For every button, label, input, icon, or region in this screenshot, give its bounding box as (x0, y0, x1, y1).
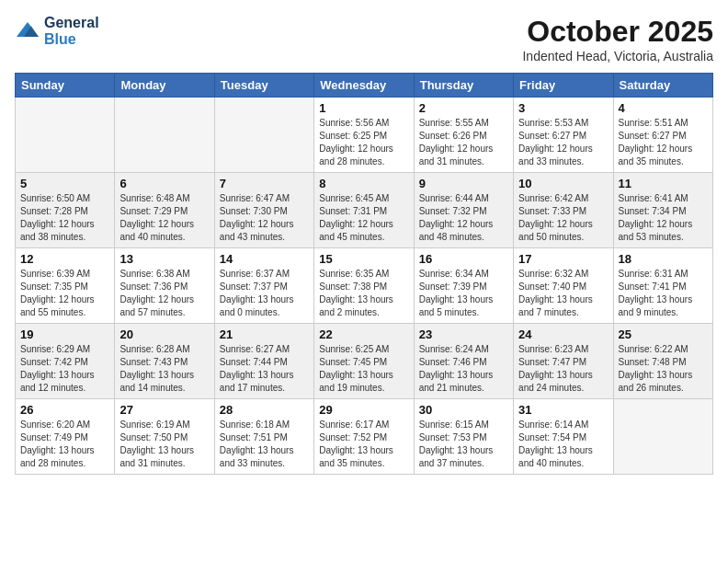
day-info: Sunrise: 6:18 AM Sunset: 7:51 PM Dayligh… (220, 419, 309, 470)
calendar-cell (214, 98, 313, 173)
calendar-week-4: 26Sunrise: 6:20 AM Sunset: 7:49 PM Dayli… (16, 399, 713, 475)
day-number: 20 (119, 327, 209, 341)
calendar-cell: 29Sunrise: 6:17 AM Sunset: 7:52 PM Dayli… (314, 399, 414, 475)
calendar-cell: 2Sunrise: 5:55 AM Sunset: 6:26 PM Daylig… (414, 98, 513, 173)
calendar-week-2: 12Sunrise: 6:39 AM Sunset: 7:35 PM Dayli… (16, 248, 713, 324)
day-info: Sunrise: 6:45 AM Sunset: 7:31 PM Dayligh… (319, 192, 408, 244)
weekday-header-wednesday: Wednesday (314, 74, 414, 98)
day-info: Sunrise: 5:56 AM Sunset: 6:25 PM Dayligh… (319, 117, 408, 168)
day-number: 27 (119, 403, 209, 417)
day-number: 9 (419, 177, 508, 190)
day-info: Sunrise: 6:35 AM Sunset: 7:38 PM Dayligh… (319, 268, 408, 319)
weekday-header-tuesday: Tuesday (214, 74, 313, 98)
day-info: Sunrise: 6:24 AM Sunset: 7:46 PM Dayligh… (419, 343, 508, 395)
day-info: Sunrise: 6:19 AM Sunset: 7:50 PM Dayligh… (119, 419, 209, 470)
calendar-cell: 9Sunrise: 6:44 AM Sunset: 7:32 PM Daylig… (414, 173, 513, 248)
calendar-cell: 20Sunrise: 6:28 AM Sunset: 7:43 PM Dayli… (115, 324, 214, 399)
weekday-header-sunday: Sunday (16, 74, 115, 98)
calendar-cell: 25Sunrise: 6:22 AM Sunset: 7:48 PM Dayli… (613, 324, 712, 399)
day-number: 3 (518, 101, 608, 115)
day-info: Sunrise: 6:44 AM Sunset: 7:32 PM Dayligh… (419, 192, 508, 244)
day-number: 17 (518, 252, 608, 266)
calendar-cell: 1Sunrise: 5:56 AM Sunset: 6:25 PM Daylig… (314, 98, 414, 173)
day-info: Sunrise: 6:31 AM Sunset: 7:41 PM Dayligh… (619, 268, 708, 319)
day-number: 5 (20, 177, 109, 190)
day-number: 22 (319, 327, 408, 341)
day-info: Sunrise: 6:14 AM Sunset: 7:54 PM Dayligh… (518, 419, 608, 470)
calendar-cell: 5Sunrise: 6:50 AM Sunset: 7:28 PM Daylig… (16, 173, 115, 248)
day-info: Sunrise: 6:34 AM Sunset: 7:39 PM Dayligh… (419, 268, 508, 319)
day-number: 18 (619, 252, 708, 266)
calendar-cell: 19Sunrise: 6:29 AM Sunset: 7:42 PM Dayli… (16, 324, 115, 399)
calendar-cell: 6Sunrise: 6:48 AM Sunset: 7:29 PM Daylig… (115, 173, 214, 248)
day-number: 6 (119, 177, 209, 190)
day-number: 11 (619, 177, 708, 190)
calendar-cell: 30Sunrise: 6:15 AM Sunset: 7:53 PM Dayli… (414, 399, 513, 475)
calendar-cell: 24Sunrise: 6:23 AM Sunset: 7:47 PM Dayli… (514, 324, 613, 399)
calendar-cell: 10Sunrise: 6:42 AM Sunset: 7:33 PM Dayli… (514, 173, 613, 248)
day-number: 2 (419, 101, 508, 115)
day-info: Sunrise: 6:50 AM Sunset: 7:28 PM Dayligh… (20, 192, 109, 244)
day-info: Sunrise: 6:38 AM Sunset: 7:36 PM Dayligh… (119, 268, 209, 319)
day-info: Sunrise: 6:20 AM Sunset: 7:49 PM Dayligh… (20, 419, 109, 470)
weekday-header-friday: Friday (514, 74, 613, 98)
calendar-cell: 16Sunrise: 6:34 AM Sunset: 7:39 PM Dayli… (414, 248, 513, 324)
calendar-cell: 27Sunrise: 6:19 AM Sunset: 7:50 PM Dayli… (115, 399, 214, 475)
calendar-cell: 26Sunrise: 6:20 AM Sunset: 7:49 PM Dayli… (16, 399, 115, 475)
day-number: 19 (20, 327, 109, 341)
day-number: 21 (220, 327, 309, 341)
day-info: Sunrise: 6:42 AM Sunset: 7:33 PM Dayligh… (518, 192, 608, 244)
day-info: Sunrise: 6:41 AM Sunset: 7:34 PM Dayligh… (619, 192, 708, 244)
calendar-cell: 23Sunrise: 6:24 AM Sunset: 7:46 PM Dayli… (414, 324, 513, 399)
day-number: 31 (518, 403, 608, 417)
day-info: Sunrise: 6:25 AM Sunset: 7:45 PM Dayligh… (319, 343, 408, 395)
day-number: 26 (20, 403, 109, 417)
day-info: Sunrise: 6:27 AM Sunset: 7:44 PM Dayligh… (220, 343, 309, 395)
day-info: Sunrise: 6:37 AM Sunset: 7:37 PM Dayligh… (220, 268, 309, 319)
day-info: Sunrise: 6:48 AM Sunset: 7:29 PM Dayligh… (119, 192, 209, 244)
day-number: 28 (220, 403, 309, 417)
day-info: Sunrise: 5:55 AM Sunset: 6:26 PM Dayligh… (419, 117, 508, 168)
calendar-cell: 12Sunrise: 6:39 AM Sunset: 7:35 PM Dayli… (16, 248, 115, 324)
page-header: General Blue October 2025 Indented Head,… (15, 15, 713, 63)
day-number: 8 (319, 177, 408, 190)
calendar-cell: 11Sunrise: 6:41 AM Sunset: 7:34 PM Dayli… (613, 173, 712, 248)
calendar-cell (16, 98, 115, 173)
calendar-cell (115, 98, 214, 173)
day-number: 16 (419, 252, 508, 266)
day-number: 13 (119, 252, 209, 266)
location: Indented Head, Victoria, Australia (522, 49, 713, 63)
calendar-week-0: 1Sunrise: 5:56 AM Sunset: 6:25 PM Daylig… (16, 98, 713, 173)
day-info: Sunrise: 6:17 AM Sunset: 7:52 PM Dayligh… (319, 419, 408, 470)
day-number: 12 (20, 252, 109, 266)
calendar-cell: 28Sunrise: 6:18 AM Sunset: 7:51 PM Dayli… (214, 399, 313, 475)
day-info: Sunrise: 6:22 AM Sunset: 7:48 PM Dayligh… (619, 343, 708, 395)
calendar-cell: 14Sunrise: 6:37 AM Sunset: 7:37 PM Dayli… (214, 248, 313, 324)
day-info: Sunrise: 6:15 AM Sunset: 7:53 PM Dayligh… (419, 419, 508, 470)
day-info: Sunrise: 6:32 AM Sunset: 7:40 PM Dayligh… (518, 268, 608, 319)
calendar-cell: 22Sunrise: 6:25 AM Sunset: 7:45 PM Dayli… (314, 324, 414, 399)
month-title: October 2025 (522, 15, 713, 49)
calendar-cell: 8Sunrise: 6:45 AM Sunset: 7:31 PM Daylig… (314, 173, 414, 248)
day-number: 1 (319, 101, 408, 115)
day-number: 4 (619, 101, 708, 115)
calendar-cell: 13Sunrise: 6:38 AM Sunset: 7:36 PM Dayli… (115, 248, 214, 324)
weekday-header-row: SundayMondayTuesdayWednesdayThursdayFrid… (16, 74, 713, 98)
calendar-cell: 31Sunrise: 6:14 AM Sunset: 7:54 PM Dayli… (514, 399, 613, 475)
day-info: Sunrise: 6:39 AM Sunset: 7:35 PM Dayligh… (20, 268, 109, 319)
weekday-header-monday: Monday (115, 74, 214, 98)
title-block: October 2025 Indented Head, Victoria, Au… (522, 15, 713, 63)
calendar-cell: 18Sunrise: 6:31 AM Sunset: 7:41 PM Dayli… (613, 248, 712, 324)
day-info: Sunrise: 6:29 AM Sunset: 7:42 PM Dayligh… (20, 343, 109, 395)
day-number: 25 (619, 327, 708, 341)
weekday-header-saturday: Saturday (613, 74, 712, 98)
logo-icon (15, 20, 40, 42)
calendar-cell: 21Sunrise: 6:27 AM Sunset: 7:44 PM Dayli… (214, 324, 313, 399)
day-number: 14 (220, 252, 309, 266)
weekday-header-thursday: Thursday (414, 74, 513, 98)
day-info: Sunrise: 6:47 AM Sunset: 7:30 PM Dayligh… (220, 192, 309, 244)
calendar-cell (613, 399, 712, 475)
calendar-cell: 7Sunrise: 6:47 AM Sunset: 7:30 PM Daylig… (214, 173, 313, 248)
day-number: 30 (419, 403, 508, 417)
day-number: 7 (220, 177, 309, 190)
